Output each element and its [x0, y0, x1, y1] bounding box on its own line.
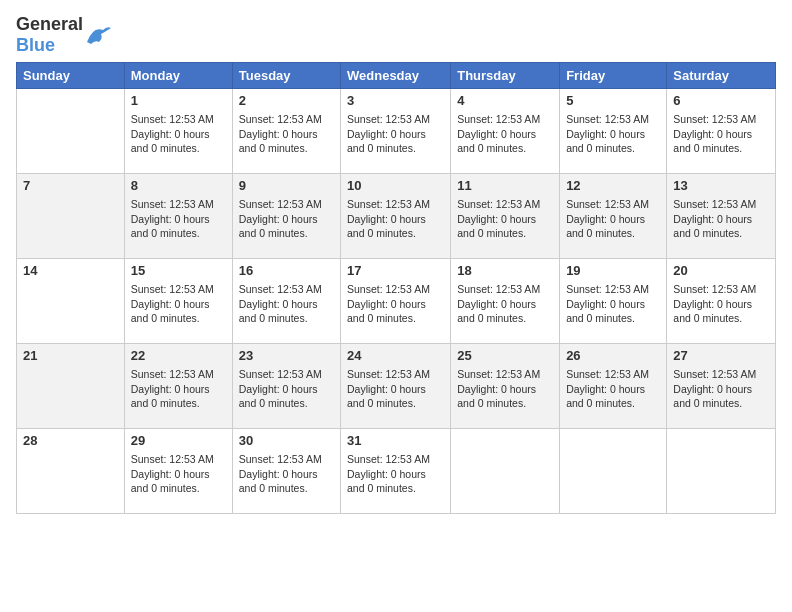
day-number: 25: [457, 348, 553, 363]
calendar-day-cell: 13Sunset: 12:53 AM Daylight: 0 hours and…: [667, 174, 776, 259]
calendar-day-cell: 14: [17, 259, 125, 344]
day-number: 13: [673, 178, 769, 193]
calendar-day-cell: 7: [17, 174, 125, 259]
day-number: 11: [457, 178, 553, 193]
day-info: Sunset: 12:53 AM Daylight: 0 hours and 0…: [347, 367, 444, 411]
day-info: Sunset: 12:53 AM Daylight: 0 hours and 0…: [457, 282, 553, 326]
day-info: Sunset: 12:53 AM Daylight: 0 hours and 0…: [457, 197, 553, 241]
day-number: 15: [131, 263, 226, 278]
day-number: 8: [131, 178, 226, 193]
calendar-day-cell: 6Sunset: 12:53 AM Daylight: 0 hours and …: [667, 89, 776, 174]
calendar-day-cell: 26Sunset: 12:53 AM Daylight: 0 hours and…: [560, 344, 667, 429]
day-info: Sunset: 12:53 AM Daylight: 0 hours and 0…: [239, 367, 334, 411]
calendar-day-cell: 4Sunset: 12:53 AM Daylight: 0 hours and …: [451, 89, 560, 174]
calendar-day-cell: 19Sunset: 12:53 AM Daylight: 0 hours and…: [560, 259, 667, 344]
day-number: 17: [347, 263, 444, 278]
day-info: Sunset: 12:53 AM Daylight: 0 hours and 0…: [457, 367, 553, 411]
calendar-day-cell: 28: [17, 429, 125, 514]
day-number: 9: [239, 178, 334, 193]
day-number: 7: [23, 178, 118, 193]
day-number: 16: [239, 263, 334, 278]
calendar-day-cell: 9Sunset: 12:53 AM Daylight: 0 hours and …: [232, 174, 340, 259]
day-info: Sunset: 12:53 AM Daylight: 0 hours and 0…: [566, 197, 660, 241]
calendar-day-cell: [451, 429, 560, 514]
calendar-day-cell: 24Sunset: 12:53 AM Daylight: 0 hours and…: [341, 344, 451, 429]
col-tuesday: Tuesday: [232, 63, 340, 89]
calendar-day-cell: 27Sunset: 12:53 AM Daylight: 0 hours and…: [667, 344, 776, 429]
logo-general: General: [16, 14, 83, 34]
day-info: Sunset: 12:53 AM Daylight: 0 hours and 0…: [347, 282, 444, 326]
col-thursday: Thursday: [451, 63, 560, 89]
calendar-week-row: 1415Sunset: 12:53 AM Daylight: 0 hours a…: [17, 259, 776, 344]
day-info: Sunset: 12:53 AM Daylight: 0 hours and 0…: [673, 367, 769, 411]
day-info: Sunset: 12:53 AM Daylight: 0 hours and 0…: [457, 112, 553, 156]
calendar-day-cell: 18Sunset: 12:53 AM Daylight: 0 hours and…: [451, 259, 560, 344]
day-number: 3: [347, 93, 444, 108]
logo-blue: Blue: [16, 35, 55, 55]
calendar-day-cell: 8Sunset: 12:53 AM Daylight: 0 hours and …: [124, 174, 232, 259]
day-number: 18: [457, 263, 553, 278]
calendar-day-cell: 31Sunset: 12:53 AM Daylight: 0 hours and…: [341, 429, 451, 514]
logo-bird-icon: [85, 24, 113, 46]
day-info: Sunset: 12:53 AM Daylight: 0 hours and 0…: [566, 367, 660, 411]
calendar-day-cell: 3Sunset: 12:53 AM Daylight: 0 hours and …: [341, 89, 451, 174]
day-number: 26: [566, 348, 660, 363]
day-info: Sunset: 12:53 AM Daylight: 0 hours and 0…: [239, 197, 334, 241]
day-info: Sunset: 12:53 AM Daylight: 0 hours and 0…: [673, 112, 769, 156]
calendar-day-cell: 23Sunset: 12:53 AM Daylight: 0 hours and…: [232, 344, 340, 429]
day-number: 12: [566, 178, 660, 193]
calendar-week-row: 2122Sunset: 12:53 AM Daylight: 0 hours a…: [17, 344, 776, 429]
calendar-day-cell: 20Sunset: 12:53 AM Daylight: 0 hours and…: [667, 259, 776, 344]
day-number: 4: [457, 93, 553, 108]
day-number: 10: [347, 178, 444, 193]
day-info: Sunset: 12:53 AM Daylight: 0 hours and 0…: [673, 197, 769, 241]
col-friday: Friday: [560, 63, 667, 89]
day-number: 29: [131, 433, 226, 448]
col-wednesday: Wednesday: [341, 63, 451, 89]
day-number: 19: [566, 263, 660, 278]
day-info: Sunset: 12:53 AM Daylight: 0 hours and 0…: [239, 452, 334, 496]
calendar-day-cell: 17Sunset: 12:53 AM Daylight: 0 hours and…: [341, 259, 451, 344]
day-info: Sunset: 12:53 AM Daylight: 0 hours and 0…: [131, 112, 226, 156]
calendar-week-row: 1Sunset: 12:53 AM Daylight: 0 hours and …: [17, 89, 776, 174]
header: General Blue: [16, 10, 776, 56]
day-number: 27: [673, 348, 769, 363]
day-info: Sunset: 12:53 AM Daylight: 0 hours and 0…: [566, 112, 660, 156]
day-number: 23: [239, 348, 334, 363]
day-number: 21: [23, 348, 118, 363]
calendar-day-cell: 2Sunset: 12:53 AM Daylight: 0 hours and …: [232, 89, 340, 174]
day-number: 24: [347, 348, 444, 363]
day-number: 30: [239, 433, 334, 448]
day-info: Sunset: 12:53 AM Daylight: 0 hours and 0…: [239, 282, 334, 326]
calendar-day-cell: 11Sunset: 12:53 AM Daylight: 0 hours and…: [451, 174, 560, 259]
calendar-week-row: 78Sunset: 12:53 AM Daylight: 0 hours and…: [17, 174, 776, 259]
day-number: 14: [23, 263, 118, 278]
calendar-day-cell: 16Sunset: 12:53 AM Daylight: 0 hours and…: [232, 259, 340, 344]
calendar-day-cell: 29Sunset: 12:53 AM Daylight: 0 hours and…: [124, 429, 232, 514]
calendar-week-row: 2829Sunset: 12:53 AM Daylight: 0 hours a…: [17, 429, 776, 514]
calendar-day-cell: 30Sunset: 12:53 AM Daylight: 0 hours and…: [232, 429, 340, 514]
day-info: Sunset: 12:53 AM Daylight: 0 hours and 0…: [239, 112, 334, 156]
day-info: Sunset: 12:53 AM Daylight: 0 hours and 0…: [131, 197, 226, 241]
day-info: Sunset: 12:53 AM Daylight: 0 hours and 0…: [347, 112, 444, 156]
day-info: Sunset: 12:53 AM Daylight: 0 hours and 0…: [347, 452, 444, 496]
calendar-day-cell: 22Sunset: 12:53 AM Daylight: 0 hours and…: [124, 344, 232, 429]
calendar-day-cell: 1Sunset: 12:53 AM Daylight: 0 hours and …: [124, 89, 232, 174]
day-number: 5: [566, 93, 660, 108]
calendar-day-cell: 25Sunset: 12:53 AM Daylight: 0 hours and…: [451, 344, 560, 429]
calendar-day-cell: [560, 429, 667, 514]
day-number: 28: [23, 433, 118, 448]
calendar-day-cell: 15Sunset: 12:53 AM Daylight: 0 hours and…: [124, 259, 232, 344]
calendar-table: Sunday Monday Tuesday Wednesday Thursday…: [16, 62, 776, 514]
col-sunday: Sunday: [17, 63, 125, 89]
day-info: Sunset: 12:53 AM Daylight: 0 hours and 0…: [347, 197, 444, 241]
day-number: 1: [131, 93, 226, 108]
day-info: Sunset: 12:53 AM Daylight: 0 hours and 0…: [131, 367, 226, 411]
calendar-day-cell: 10Sunset: 12:53 AM Daylight: 0 hours and…: [341, 174, 451, 259]
calendar-header-row: Sunday Monday Tuesday Wednesday Thursday…: [17, 63, 776, 89]
day-info: Sunset: 12:53 AM Daylight: 0 hours and 0…: [566, 282, 660, 326]
calendar-day-cell: 21: [17, 344, 125, 429]
calendar-day-cell: [17, 89, 125, 174]
day-number: 20: [673, 263, 769, 278]
calendar-day-cell: 12Sunset: 12:53 AM Daylight: 0 hours and…: [560, 174, 667, 259]
